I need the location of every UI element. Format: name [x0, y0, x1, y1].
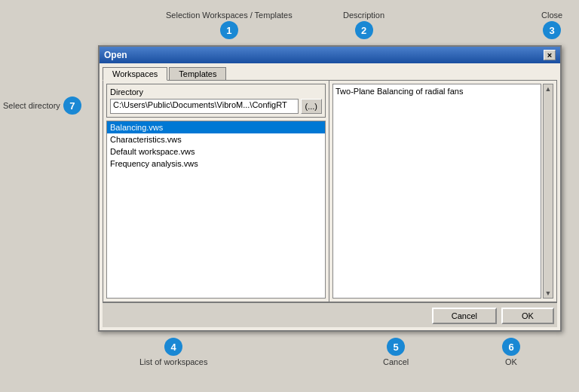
- annotation-1: Selection Workspaces / Templates 1: [166, 11, 293, 39]
- tab-templates[interactable]: Templates: [169, 67, 226, 81]
- scroll-down-arrow[interactable]: ▼: [545, 289, 552, 298]
- directory-path: C:\Users\Public\Documents\VibroM...\Conf…: [110, 99, 299, 114]
- tab-workspaces[interactable]: Workspaces: [103, 67, 167, 81]
- annotation-circle-1: 1: [220, 21, 238, 39]
- close-button[interactable]: ×: [544, 50, 556, 60]
- annotation-label-7: Select directory: [3, 101, 60, 110]
- dialog-titlebar: Open ×: [100, 47, 560, 63]
- dialog-body: Workspaces Templates Directory C:\Users\…: [100, 63, 560, 330]
- description-scrollbar[interactable]: ▲ ▼: [543, 84, 553, 299]
- annotation-label-5: Cancel: [383, 357, 409, 366]
- main-content: Directory C:\Users\Public\Documents\Vibr…: [103, 80, 557, 302]
- file-list[interactable]: Balancing.vws Characteristics.vws Defaul…: [106, 121, 326, 299]
- left-panel: Directory C:\Users\Public\Documents\Vibr…: [103, 81, 329, 302]
- annotation-label-6: OK: [505, 357, 517, 366]
- cancel-button[interactable]: Cancel: [432, 308, 497, 324]
- annotation-5: 5 Cancel: [383, 338, 409, 366]
- annotation-4: 4 List of workspaces: [139, 338, 207, 366]
- annotation-circle-3: 3: [543, 21, 561, 39]
- directory-group: Directory C:\Users\Public\Documents\Vibr…: [106, 84, 326, 118]
- annotation-3: Close 3: [541, 11, 562, 39]
- annotation-6: 6 OK: [502, 338, 520, 366]
- annotation-circle-5: 5: [387, 338, 405, 356]
- annotation-label-3: Close: [541, 11, 562, 20]
- annotation-circle-6: 6: [502, 338, 520, 356]
- right-panel: Two-Plane Balancing of radial fans ▲ ▼: [329, 81, 556, 302]
- annotation-2: Description 2: [343, 11, 384, 39]
- scroll-up-arrow[interactable]: ▲: [545, 84, 552, 93]
- annotation-label-2: Description: [343, 11, 384, 20]
- annotation-circle-2: 2: [355, 21, 373, 39]
- list-item[interactable]: Default workspace.vws: [107, 145, 325, 158]
- annotation-7: Select directory 7: [3, 96, 81, 115]
- annotation-circle-7: 7: [63, 96, 81, 115]
- browse-button[interactable]: (...): [301, 99, 323, 114]
- ok-button[interactable]: OK: [501, 308, 554, 324]
- directory-row: C:\Users\Public\Documents\VibroM...\Conf…: [110, 99, 322, 114]
- annotation-label-4: List of workspaces: [139, 357, 207, 366]
- button-row: Cancel OK: [103, 302, 557, 327]
- description-box: Two-Plane Balancing of radial fans: [332, 84, 541, 299]
- list-item[interactable]: Characteristics.vws: [107, 133, 325, 145]
- open-dialog: Open × Workspaces Templates Directory C:…: [98, 45, 562, 332]
- directory-label: Directory: [110, 87, 322, 96]
- list-item[interactable]: Frequency analysis.vws: [107, 158, 325, 170]
- annotation-label-1: Selection Workspaces / Templates: [166, 11, 293, 20]
- tabs-row: Workspaces Templates: [103, 66, 557, 80]
- annotation-circle-4: 4: [164, 338, 182, 356]
- list-item[interactable]: Balancing.vws: [107, 121, 325, 133]
- dialog-title: Open: [104, 50, 127, 60]
